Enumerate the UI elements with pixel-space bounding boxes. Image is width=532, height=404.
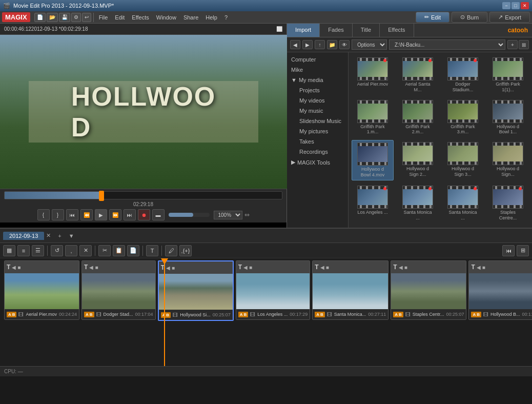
options-select[interactable]: Options	[352, 39, 387, 50]
toolbar-settings[interactable]: ⚙	[71, 13, 81, 22]
sidebar-item-mike[interactable]: Mike	[287, 65, 348, 75]
snapshot-button[interactable]: ▬	[152, 209, 165, 220]
file-item[interactable]: Santa Monica ...	[397, 184, 439, 223]
file-item[interactable]: Hollywoo d Bowl 4.mov	[352, 140, 394, 180]
sidebar-item-computer[interactable]: Computer	[287, 54, 348, 65]
tab-add-icon[interactable]: +	[55, 232, 64, 240]
nav-back-button[interactable]: ◀	[290, 40, 300, 49]
tl-paste-btn[interactable]: 📄	[127, 245, 139, 256]
file-item[interactable]: Santa Monica ...	[442, 184, 484, 223]
minimize-button[interactable]: −	[502, 2, 510, 9]
menu-effects[interactable]: Effects	[129, 11, 152, 24]
mark-out-button[interactable]: }	[52, 209, 64, 220]
timeline-clip[interactable]: T ◀ ■ A B 🎞 Staples Centr... 00:25:07	[391, 260, 466, 320]
sidebar-item-magixtools[interactable]: ▶ MAGIX Tools	[287, 157, 348, 168]
timeline-clip[interactable]: T ◀ ■ A B 🎞 Los Angeles ... 00:17:29	[236, 260, 311, 320]
timeline-clip[interactable]: T ◀ ■ A B 🎞 Hollywood Si... 00:25:07	[158, 260, 234, 321]
tl-paint-btn[interactable]: 🖊	[165, 245, 177, 256]
catooh-label[interactable]: catooh	[504, 24, 532, 37]
step-back-button[interactable]: ⏪	[80, 209, 93, 220]
sidebar-item-slideshow[interactable]: Slideshow Music	[295, 116, 348, 126]
tl-storyboard-btn[interactable]: ▦	[3, 245, 15, 256]
file-item[interactable]: Griffith Park 1.m...	[352, 98, 394, 137]
menu-window[interactable]: Window	[153, 11, 179, 24]
tl-delete-btn[interactable]: ✕	[79, 245, 92, 256]
nav-up-button[interactable]: ↑	[315, 40, 325, 49]
timeline-clip[interactable]: T ◀ ■ A B 🎞 Aerial Pier.mov 00:24:24	[4, 260, 79, 320]
file-item[interactable]: Griffith Park 3.m...	[442, 98, 484, 137]
preview-maximize-icon[interactable]: ⬜	[276, 26, 282, 32]
nav-search-button[interactable]: 👁	[339, 40, 350, 49]
sidebar-item-mypictures[interactable]: My pictures	[295, 126, 348, 136]
tl-cut-btn[interactable]: ✂	[98, 245, 111, 256]
file-item[interactable]: Hollywoo d Sign 3...	[442, 140, 484, 180]
sidebar-item-recordings[interactable]: Recordings	[295, 147, 348, 157]
menu-help[interactable]: Help	[202, 11, 220, 24]
tab-fades[interactable]: Fades	[320, 24, 353, 37]
volume-slider[interactable]	[169, 213, 210, 217]
tl-split-btn[interactable]: ,{+}	[179, 245, 192, 256]
tab-effects[interactable]: Effects	[380, 24, 414, 37]
tab-import[interactable]: Import	[287, 24, 320, 37]
file-item[interactable]: Staples Centre...	[487, 184, 529, 223]
menu-file[interactable]: File	[96, 11, 111, 24]
burn-button[interactable]: ⊙ Burn	[452, 12, 487, 23]
mark-in-button[interactable]: {	[37, 209, 50, 220]
play-button[interactable]: ▶	[95, 209, 107, 220]
toolbar-save[interactable]: 💾	[59, 13, 70, 22]
fit-icon[interactable]: ⇔	[244, 211, 250, 218]
view-add-button[interactable]: +	[507, 40, 518, 49]
file-item[interactable]: Hollywoo d Bowl 1...	[487, 98, 529, 137]
timeline-clip[interactable]: T ◀ ■ A B 🎞 Dodger Stad... 00:17:04	[81, 260, 156, 320]
nav-forward-button[interactable]: ▶	[302, 40, 313, 49]
export-button[interactable]: ↗ Export	[489, 12, 530, 23]
sidebar-item-takes[interactable]: Takes	[295, 136, 348, 147]
timeline-content[interactable]: T ◀ ■ A B 🎞 Aerial Pier.mov 00:24:24 T ◀…	[0, 258, 532, 366]
toolbar-open[interactable]: 📂	[47, 13, 58, 22]
view-grid-button[interactable]: ⊞	[519, 40, 529, 49]
file-item[interactable]: Dodger Stadium...	[442, 55, 484, 95]
toolbar-new[interactable]: 📄	[34, 13, 46, 22]
file-item[interactable]: Los Angeles ...	[352, 184, 394, 223]
nav-folder-button[interactable]: 📁	[327, 40, 337, 49]
tl-settings-btn[interactable]: ⊞	[517, 245, 529, 256]
file-item[interactable]: Hollywoo d Sign...	[487, 140, 529, 180]
toolbar-undo-arrow[interactable]: ↩	[82, 13, 91, 22]
sidebar-item-mymusic[interactable]: My music	[295, 106, 348, 116]
file-item[interactable]: Aerial Santa M...	[397, 55, 439, 95]
tab-arrow-icon[interactable]: ▼	[67, 232, 76, 240]
sidebar-item-mymedia[interactable]: ▼ My media	[287, 75, 348, 85]
path-select[interactable]: Z:\N-Backu...	[389, 39, 505, 50]
menu-edit[interactable]: Edit	[112, 11, 128, 24]
sidebar-item-myvideos[interactable]: My videos	[295, 95, 348, 106]
close-button[interactable]: ✕	[521, 2, 529, 9]
tab-close-icon[interactable]: ✕	[46, 232, 51, 239]
step-forward-button[interactable]: ⏩	[109, 209, 121, 220]
file-item[interactable]: Aerial Pier.mov	[352, 55, 394, 95]
tl-undo-btn[interactable]: ↺	[51, 245, 63, 256]
fast-forward-button[interactable]: ⏭	[124, 209, 136, 220]
timeline-clip[interactable]: T ◀ ■ A B 🎞 Santa Monica... 00:27:11	[312, 260, 388, 320]
menu-question[interactable]: ?	[221, 11, 231, 24]
file-item[interactable]: Griffith Park 1(1)...	[487, 55, 529, 95]
sidebar-item-projects[interactable]: Projects	[295, 85, 348, 95]
file-item[interactable]: Hollywoo d Sign 2...	[397, 140, 439, 180]
tl-skipstart-btn[interactable]: ⏮	[502, 245, 515, 256]
tl-redo-btn[interactable]: ,	[65, 245, 77, 256]
tl-multitrack-btn[interactable]: ≡	[17, 245, 30, 256]
menu-share[interactable]: Share	[180, 11, 201, 24]
file-item[interactable]: Griffith Park 2.m...	[397, 98, 439, 137]
playhead-marker[interactable]	[99, 191, 104, 201]
zoom-select[interactable]: 100%	[214, 211, 242, 219]
edit-button[interactable]: ✏ Edit	[416, 12, 449, 23]
tab-title[interactable]: Title	[353, 24, 380, 37]
tl-title-btn[interactable]: T	[146, 245, 158, 256]
tl-copy-btn[interactable]: 📋	[113, 245, 125, 256]
timeline-scrubber[interactable]	[4, 191, 282, 199]
rewind-button[interactable]: ⏮	[66, 209, 78, 220]
maximize-button[interactable]: □	[511, 2, 520, 9]
record-button[interactable]: ⏺	[138, 209, 150, 220]
timeline-tab[interactable]: 2012-09-13	[3, 232, 44, 240]
tl-list-btn[interactable]: ☰	[32, 245, 44, 256]
timeline-clip[interactable]: T ◀ ■ A B 🎞 Hollywood B... 00:11:17	[468, 260, 532, 320]
